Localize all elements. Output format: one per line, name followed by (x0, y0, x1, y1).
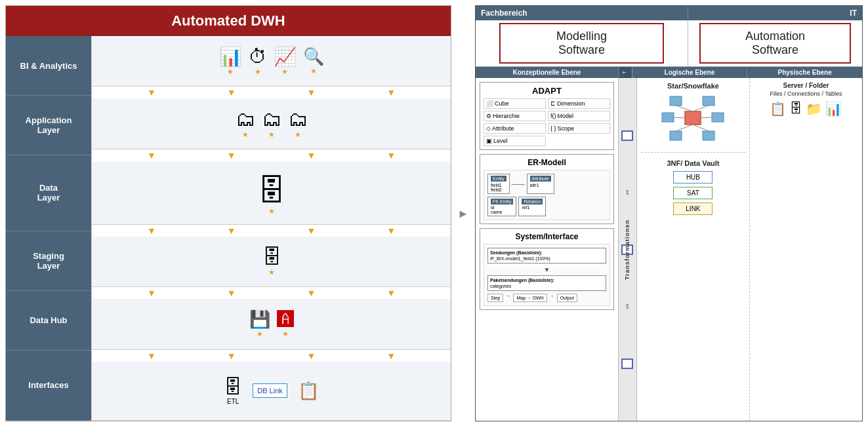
adapt-attribute-label: Attribute (492, 125, 514, 132)
excel-phys-icon: 📊 (825, 101, 842, 117)
sys-target-label: Paketsendungen (Basisliste): (490, 278, 604, 282)
star-badge-3: ★ (281, 68, 288, 76)
adapt-item-attribute: ◇ Attribute (484, 123, 546, 134)
svg-rect-5 (670, 131, 682, 140)
dblink-label: DB Link (257, 387, 283, 395)
layer-row-application: 🗂 ★ 🗂 ★ 🗂 ★ (92, 98, 451, 149)
down-arrow-6: ▼ (227, 150, 236, 161)
cube-adapt-icon: ⬜ (486, 100, 493, 107)
icon-search-analytics: 🔍 ★ (303, 47, 324, 75)
adapt-dimension-label: Dimension (557, 100, 585, 107)
icon-staging-db: 🗄 ★ (262, 246, 281, 277)
er-entity-1: Entity field1 field2 (487, 174, 510, 194)
down-arrow-17: ▼ (147, 351, 156, 361)
er-entity-3-f2: name (491, 210, 513, 214)
sys-step1: Step (487, 294, 503, 302)
server-label: Server / Folder (754, 82, 858, 89)
arrow-row-4: ▼ ▼ ▼ ▼ (92, 287, 451, 299)
icon-excel-interfaces: 📋 (298, 381, 319, 401)
files-label: Files / Connections / Tables (754, 90, 858, 97)
sys-title: System/Interface (484, 232, 610, 241)
icon-database-main: 🗄 ★ (257, 174, 286, 216)
icon-gauge: ⏱ ★ (249, 46, 267, 76)
star-badge-1: ★ (227, 68, 234, 76)
down-arrow-20: ▼ (386, 351, 396, 361)
layer-label-data: DataLayer (6, 155, 91, 231)
svg-rect-0 (685, 111, 701, 125)
svg-rect-3 (662, 113, 674, 122)
adapt-item-level: ▣ Level (484, 136, 546, 146)
er-entity-2: Attribute attr1 (527, 174, 554, 194)
er-entity-3-header: FK Entity (491, 199, 513, 204)
down-arrow-9: ▼ (147, 225, 156, 236)
icon-pie: 📈 ★ (274, 46, 297, 76)
layer-row-staging: 🗄 ★ (92, 237, 451, 287)
it-label: IT (688, 6, 862, 20)
transformationen-vertical-label: Transformationen (624, 219, 630, 279)
icon-cube-2: 🗂 ★ (262, 108, 281, 139)
er-more-entities: FK Entity id name Relation ref1 (487, 197, 606, 216)
star-badge-4: ★ (310, 67, 317, 75)
svg-line-10 (701, 117, 712, 118)
pie-icon: 📈 (274, 46, 297, 68)
sys-source-block: Sendungen (Basisliste): IF_BIX-model1_fi… (487, 248, 606, 263)
snowflake-diagram-wrap (641, 93, 745, 146)
layer-row-datahub: 💾 ★ 🅰 ★ (92, 299, 451, 349)
layer-grid: BI & Analytics ApplicationLayer DataLaye… (6, 36, 451, 421)
sat-badge: SAT (673, 187, 713, 199)
konzeptionelle-header: Konzeptionelle Ebene (476, 67, 619, 78)
logische-ebene-content: Star/Snowflake (637, 78, 750, 421)
scope-icon: { } (550, 125, 556, 132)
model-icon: f() (550, 113, 556, 119)
auto-sub-headers: Logische Ebene Physische Ebene (632, 67, 862, 78)
er-entity-2-header: Attribute (530, 176, 551, 182)
adapt-grid: ⬜ Cube ⊏ Dimension ⚙ Hierarchie f() (484, 98, 610, 146)
down-arrow-2: ▼ (227, 87, 236, 98)
transform-arrow-2: ⇕ (625, 303, 630, 310)
file-icons-row: 📋 🗄 📁 📊 (754, 101, 858, 117)
modelling-software-label: ModellingSoftware (556, 29, 607, 56)
icon-cube-3: 🗂 ★ (288, 108, 308, 139)
vault-section-label: 3NF/ Data Vault (641, 159, 745, 167)
transformationen-strip: Transformationen ⇕ ⇕ (619, 78, 637, 421)
software-boxes-row: ModellingSoftware AutomationSoftware (476, 20, 862, 67)
automation-software-label: AutomationSoftware (745, 29, 805, 56)
divider-1 (641, 152, 745, 153)
link-badge: LINK (673, 203, 713, 215)
database-icon: 🗄 (257, 174, 286, 207)
er-entities: Entity field1 field2 —— Attribute attr1 (487, 174, 606, 194)
er-title: ER-Modell (484, 158, 610, 167)
star-snowflake-section: Star/Snowflake (641, 82, 745, 146)
svg-rect-6 (703, 131, 714, 140)
down-arrow-14: ▼ (227, 288, 236, 298)
adapt-level-label: Level (493, 138, 508, 144)
down-arrow-10: ▼ (227, 225, 236, 236)
er-entity-4: Relation ref1 (518, 197, 546, 216)
layer-content-area: 📊 ★ ⏱ ★ 📈 ★ 🔍 ★ (91, 36, 451, 421)
icon-dblink: DB Link (253, 383, 287, 398)
adapt-item-cube: ⬜ Cube (484, 98, 546, 109)
server-folder-section: Server / Folder Files / Connections / Ta… (754, 82, 858, 117)
modelling-box-cell: ModellingSoftware (476, 20, 688, 66)
down-arrow-7: ▼ (306, 150, 316, 161)
svg-rect-1 (670, 96, 682, 106)
star-badge-5: ★ (242, 130, 249, 139)
down-arrow-13: ▼ (147, 288, 156, 298)
arrow-row-1: ▼ ▼ ▼ ▼ (92, 87, 451, 98)
system-interface-box: System/Interface Sendungen (Basisliste):… (480, 228, 614, 310)
etl-label: ETL (227, 398, 239, 405)
adapt-box: ADAPT ⬜ Cube ⊏ Dimension ⚙ Hierarchie (480, 82, 614, 150)
er-connector: —— (512, 174, 525, 194)
hub-badge: HUB (673, 171, 713, 184)
modelling-software-box: ModellingSoftware (499, 23, 665, 64)
konzeptionelle-content: ADAPT ⬜ Cube ⊏ Dimension ⚙ Hierarchie (476, 78, 619, 421)
sys-source-label: Sendungen (Basisliste): (490, 250, 604, 255)
er-modell-box: ER-Modell Entity field1 field2 —— Attrib… (480, 154, 614, 224)
icon-excel-hub: 🅰 ★ (277, 309, 294, 338)
sub-headers-row: Konzeptionelle Ebene T Logische Ebene Ph… (476, 67, 862, 78)
down-arrow-16: ▼ (386, 288, 396, 298)
transform-block-3 (621, 359, 633, 369)
down-arrow-4: ▼ (386, 87, 396, 98)
adapt-hierarchie-label: Hierarchie (493, 113, 520, 119)
dimension-icon: ⊏ (550, 100, 556, 107)
